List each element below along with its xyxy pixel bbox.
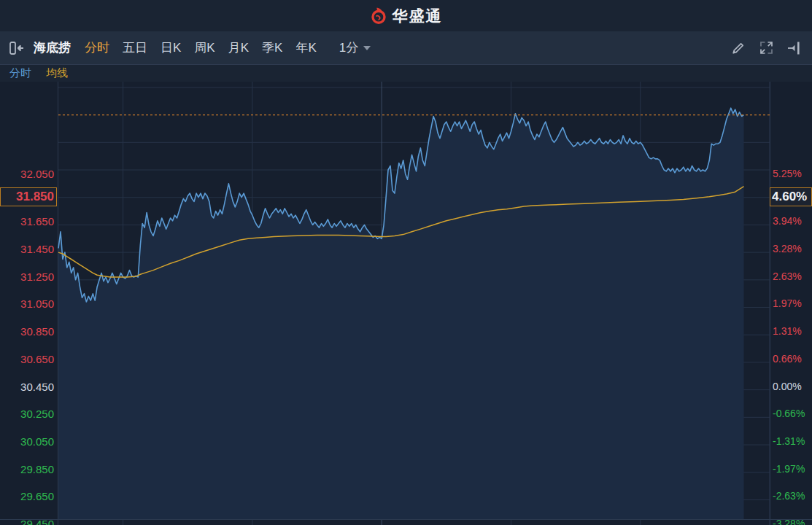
tab-weekly-k[interactable]: 周K (194, 39, 214, 56)
current-change-badge: 4.60% (770, 187, 812, 206)
brand-name: 华盛通 (393, 6, 443, 26)
percent-axis-label: -1.31% (773, 436, 805, 446)
price-axis-label: 30.650 (0, 353, 54, 364)
percent-axis-label: -3.28% (773, 518, 805, 525)
percent-axis-label: 0.00% (773, 381, 802, 392)
minute-chart-canvas[interactable]: 32.05031.65031.45031.25031.05030.85030.6… (0, 82, 812, 525)
price-axis-label: 31.250 (0, 271, 54, 281)
legend-average-line[interactable]: 均线 (46, 66, 68, 80)
percent-axis-label: 5.25% (773, 168, 802, 179)
percent-axis-label: 1.97% (773, 298, 802, 308)
interval-label: 1分 (339, 39, 358, 56)
interval-selector[interactable]: 1分 (339, 39, 371, 56)
collapse-left-icon[interactable] (9, 40, 25, 56)
percent-axis-label: -2.63% (773, 491, 805, 501)
tab-monthly-k[interactable]: 月K (228, 39, 249, 56)
price-axis-label: 32.050 (0, 168, 54, 179)
chart-toolbar: 海底捞 分时 五日 日K 周K 月K 季K 年K 1分 (0, 31, 812, 65)
stock-name[interactable]: 海底捞 (34, 39, 71, 56)
tab-quarterly-k[interactable]: 季K (262, 39, 282, 56)
current-price-badge: 31.850 (0, 187, 57, 206)
tab-five-day[interactable]: 五日 (123, 39, 147, 56)
percent-axis-label: -0.66% (773, 408, 805, 419)
price-axis-label: 31.650 (0, 216, 54, 227)
chart-legend-bar: 分时 均线 (0, 65, 812, 82)
collapse-right-icon[interactable] (786, 40, 802, 56)
price-axis-label: 29.650 (0, 491, 54, 502)
percent-axis-label: 3.94% (773, 216, 802, 226)
percent-axis-label: -1.97% (773, 464, 805, 474)
price-axis-label: 30.050 (0, 435, 54, 446)
price-axis-label: 30.850 (0, 326, 54, 337)
chart-plot-svg (0, 82, 812, 525)
flame-logo-icon (370, 7, 387, 25)
percent-axis-label: 3.28% (773, 244, 802, 254)
top-bar: 华盛通 (0, 0, 812, 31)
price-axis-label: 31.050 (0, 298, 54, 309)
legend-minute-line[interactable]: 分时 (9, 66, 31, 80)
fullscreen-icon[interactable] (758, 40, 774, 56)
price-axis-label: 30.250 (0, 408, 54, 419)
price-axis-label: 30.450 (0, 381, 54, 392)
chevron-down-icon (363, 46, 371, 50)
tab-minute[interactable]: 分时 (85, 39, 109, 56)
tab-yearly-k[interactable]: 年K (295, 39, 316, 56)
tab-daily-k[interactable]: 日K (161, 39, 181, 56)
price-axis-label: 31.450 (0, 244, 54, 254)
brand: 华盛通 (370, 6, 443, 26)
price-axis-label: 29.450 (0, 518, 54, 525)
draw-icon[interactable] (730, 40, 746, 56)
percent-axis-label: 1.31% (773, 326, 802, 336)
percent-axis-label: 0.66% (773, 354, 802, 364)
percent-axis-label: 2.63% (773, 271, 802, 281)
price-axis-label: 29.850 (0, 463, 54, 474)
